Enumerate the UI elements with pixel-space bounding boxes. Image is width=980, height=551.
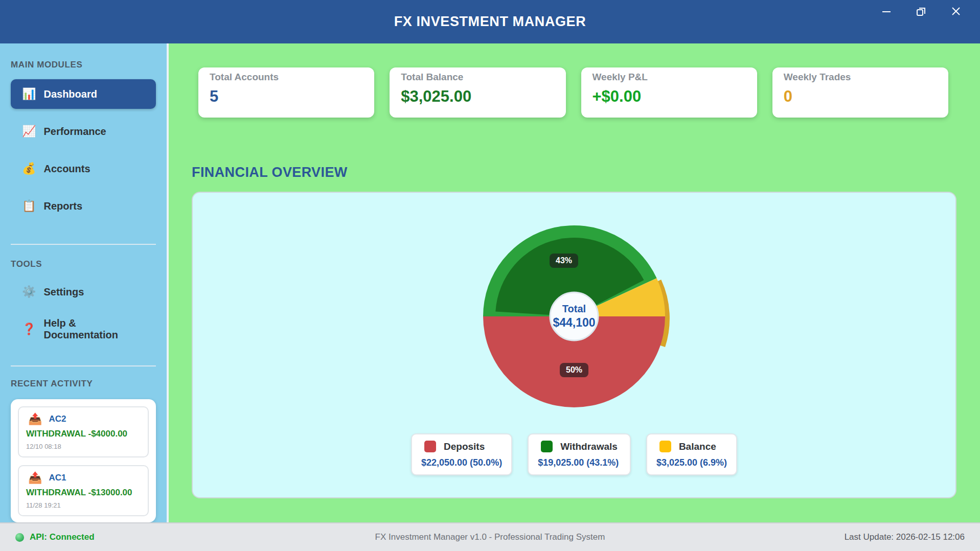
activity-timestamp: 12/10 08:18 <box>26 443 141 450</box>
stat-value: 0 <box>784 87 937 106</box>
sidebar-item-label: Settings <box>43 286 84 298</box>
maximize-restore-icon <box>914 4 929 21</box>
status-bar: API: Connected FX Investment Manager v1.… <box>0 522 980 551</box>
close-icon <box>948 4 964 21</box>
legend-card-deposits: Deposits $22,050.00 (50.0%) <box>411 433 512 475</box>
app-title: FX INVESTMENT MANAGER <box>394 14 586 30</box>
wedge-label-deposits: 50% <box>560 363 588 377</box>
recent-activity-panel: 📤 AC2 WITHDRAWAL -$4000.00 12/10 08:18 📤… <box>11 399 156 522</box>
activity-timestamp: 11/28 19:21 <box>26 501 141 509</box>
legend-card-balance: Balance $3,025.00 (6.9%) <box>646 433 737 475</box>
financial-overview-panel: 43% 50% Total $44,100 Deposits $22,050.0… <box>192 192 956 498</box>
api-status: API: Connected <box>15 532 95 542</box>
stat-label: Weekly P&L <box>592 72 746 83</box>
question-mark-icon: ❓ <box>22 324 36 335</box>
pie-center-label: Total <box>553 303 595 315</box>
section-recent-activity: RECENT ACTIVITY <box>11 379 156 389</box>
outbox-tray-icon: 📤 <box>28 414 42 425</box>
deposits-swatch-icon <box>424 441 436 452</box>
activity-card-ac2[interactable]: 📤 AC2 WITHDRAWAL -$4000.00 12/10 08:18 <box>18 406 149 457</box>
gear-icon: ⚙️ <box>22 286 36 297</box>
stat-card-total-balance: Total Balance $3,025.00 <box>390 67 565 118</box>
content-area: MAIN MODULES 📊 Dashboard 📈 Performance 💰… <box>0 43 980 522</box>
reports-clipboard-icon: 📋 <box>22 200 36 212</box>
stat-label: Total Balance <box>401 72 554 83</box>
title-bar: FX INVESTMENT MANAGER <box>0 0 980 43</box>
legend-value: $19,025.00 (43.1%) <box>538 457 621 468</box>
stat-card-weekly-trades: Weekly Trades 0 <box>772 67 948 118</box>
section-tools: TOOLS <box>11 259 156 269</box>
stat-value: +$0.00 <box>592 87 746 106</box>
stat-card-weekly-pnl: Weekly P&L +$0.00 <box>581 67 757 118</box>
stat-value: $3,025.00 <box>401 87 554 106</box>
legend-value: $22,050.00 (50.0%) <box>421 457 502 468</box>
main-area: Total Accounts 5 Total Balance $3,025.00… <box>169 43 980 522</box>
pie-center-total: Total $44,100 <box>553 303 595 330</box>
stat-label: Weekly Trades <box>784 72 937 83</box>
sidebar-item-accounts[interactable]: 💰 Accounts <box>11 154 156 183</box>
statusbar-app-version: FX Investment Manager v1.0 - Professiona… <box>0 532 980 542</box>
sidebar-item-performance[interactable]: 📈 Performance <box>11 117 156 146</box>
window-controls <box>876 3 967 21</box>
performance-trend-icon: 📈 <box>22 126 36 137</box>
stat-card-total-accounts: Total Accounts 5 <box>198 67 374 118</box>
dashboard-chart-icon: 📊 <box>22 88 36 100</box>
stats-row: Total Accounts 5 Total Balance $3,025.00… <box>169 43 980 118</box>
sidebar-item-help[interactable]: ❓ Help & Documentation <box>11 314 156 344</box>
pie-chart: 43% 50% Total $44,100 <box>477 219 671 414</box>
sidebar-item-label: Dashboard <box>43 88 97 100</box>
section-main-modules: MAIN MODULES <box>11 60 156 70</box>
financial-overview-heading: FINANCIAL OVERVIEW <box>192 165 980 180</box>
legend-card-withdrawals: Withdrawals $19,025.00 (43.1%) <box>528 433 631 475</box>
sidebar-item-dashboard[interactable]: 📊 Dashboard <box>11 79 156 109</box>
sidebar-item-label: Reports <box>43 200 82 212</box>
api-status-text: API: Connected <box>30 532 95 542</box>
activity-detail: WITHDRAWAL -$13000.00 <box>26 488 141 498</box>
minimize-button[interactable] <box>876 3 897 21</box>
pie-center-value: $44,100 <box>553 316 595 330</box>
outbox-tray-icon: 📤 <box>28 472 42 484</box>
stat-value: 5 <box>210 87 363 106</box>
legend-name: Balance <box>679 441 716 452</box>
sidebar-divider <box>11 365 156 366</box>
pie-legend: Deposits $22,050.00 (50.0%) Withdrawals … <box>193 433 955 475</box>
balance-swatch-icon <box>659 441 671 452</box>
activity-detail: WITHDRAWAL -$4000.00 <box>26 429 141 439</box>
sidebar: MAIN MODULES 📊 Dashboard 📈 Performance 💰… <box>0 43 169 522</box>
sidebar-item-settings[interactable]: ⚙️ Settings <box>11 277 156 307</box>
legend-name: Withdrawals <box>560 441 618 452</box>
maximize-button[interactable] <box>910 3 932 21</box>
stat-label: Total Accounts <box>210 72 363 83</box>
green-circle-icon <box>15 533 24 542</box>
close-button[interactable] <box>945 3 967 21</box>
last-update: Last Update: 2026-02-15 12:06 <box>845 532 965 542</box>
legend-name: Deposits <box>444 441 485 452</box>
minimize-icon <box>879 4 894 21</box>
wedge-label-withdrawals: 43% <box>550 254 578 268</box>
sidebar-divider <box>11 244 156 245</box>
sidebar-item-reports[interactable]: 📋 Reports <box>11 191 156 221</box>
activity-card-ac1[interactable]: 📤 AC1 WITHDRAWAL -$13000.00 11/28 19:21 <box>18 465 149 516</box>
sidebar-item-label: Help & Documentation <box>43 317 145 341</box>
withdrawals-swatch-icon <box>541 441 553 452</box>
activity-account: AC1 <box>49 473 66 483</box>
sidebar-item-label: Performance <box>43 126 106 137</box>
legend-value: $3,025.00 (6.9%) <box>656 457 727 468</box>
accounts-moneybag-icon: 💰 <box>22 163 36 174</box>
sidebar-item-label: Accounts <box>43 163 90 175</box>
activity-account: AC2 <box>49 414 66 424</box>
